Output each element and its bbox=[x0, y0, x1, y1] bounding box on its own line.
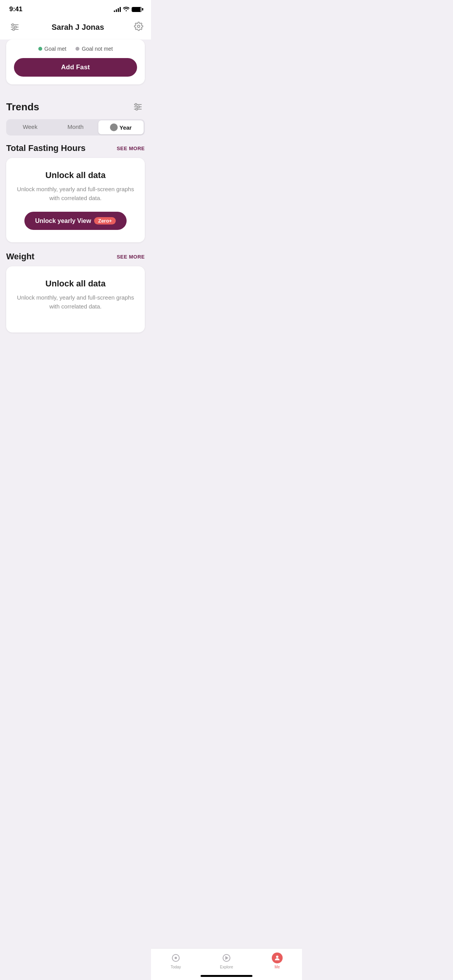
goal-not-met-label: Goal not met bbox=[82, 46, 113, 52]
svg-point-12 bbox=[136, 108, 138, 110]
signal-bars-icon bbox=[114, 7, 121, 12]
battery-icon bbox=[132, 7, 142, 12]
fasting-see-more-button[interactable]: SEE MORE bbox=[117, 146, 145, 151]
add-fast-button[interactable]: Add Fast bbox=[14, 58, 137, 77]
svg-point-5 bbox=[13, 29, 15, 31]
goal-not-met-dot bbox=[76, 47, 79, 51]
tab-month[interactable]: Month bbox=[53, 120, 98, 134]
svg-point-10 bbox=[135, 104, 137, 106]
weight-see-more-button[interactable]: SEE MORE bbox=[117, 254, 145, 260]
trends-section: Trends Week Month bbox=[0, 92, 151, 135]
period-tab-switcher: Week Month Year bbox=[6, 119, 145, 135]
tab-year[interactable]: Year bbox=[98, 120, 144, 134]
fasting-unlock-title: Unlock all data bbox=[15, 170, 136, 180]
tab-week[interactable]: Week bbox=[7, 120, 53, 134]
header-title: Sarah J Jonas bbox=[51, 23, 104, 32]
fasting-hours-header-row: Total Fasting Hours SEE MORE bbox=[6, 143, 145, 153]
fasting-card: Goal met Goal not met Add Fast bbox=[6, 39, 145, 84]
weight-unlock-title: Unlock all data bbox=[15, 279, 136, 289]
fasting-unlock-desc: Unlock monthly, yearly and full-screen g… bbox=[15, 185, 136, 202]
status-time: 9:41 bbox=[9, 5, 22, 13]
wifi-icon bbox=[123, 6, 129, 12]
weight-section: Weight SEE MORE Unlock all data Unlock m… bbox=[0, 252, 151, 332]
trends-header: Trends bbox=[6, 92, 145, 119]
status-icons bbox=[114, 6, 142, 12]
goal-not-met-legend: Goal not met bbox=[76, 46, 113, 52]
fasting-hours-label: Total Fasting Hours bbox=[6, 143, 86, 153]
svg-point-11 bbox=[138, 106, 140, 108]
svg-point-4 bbox=[15, 26, 17, 28]
svg-point-6 bbox=[137, 25, 140, 27]
goal-met-label: Goal met bbox=[45, 46, 67, 52]
weight-label: Weight bbox=[6, 252, 34, 262]
svg-point-3 bbox=[12, 24, 14, 26]
unlock-yearly-view-button[interactable]: Unlock yearly View Zero+ bbox=[24, 212, 127, 230]
weight-header-row: Weight SEE MORE bbox=[6, 252, 145, 262]
trends-title: Trends bbox=[6, 101, 39, 113]
goal-met-dot bbox=[38, 47, 42, 51]
goal-met-legend: Goal met bbox=[38, 46, 67, 52]
app-header: Sarah J Jonas bbox=[0, 16, 151, 39]
fasting-hours-section: Total Fasting Hours SEE MORE Unlock all … bbox=[0, 143, 151, 242]
settings-button[interactable] bbox=[134, 22, 143, 33]
trends-filter-button[interactable] bbox=[131, 100, 145, 114]
weight-unlock-card: Unlock all data Unlock monthly, yearly a… bbox=[6, 266, 145, 332]
zero-plus-badge: Zero+ bbox=[94, 217, 116, 224]
unlock-button-label: Unlock yearly View bbox=[35, 218, 91, 224]
filter-button[interactable] bbox=[8, 20, 22, 34]
fasting-unlock-card: Unlock all data Unlock monthly, yearly a… bbox=[6, 158, 145, 242]
tab-year-dot bbox=[110, 123, 118, 131]
legend-row: Goal met Goal not met bbox=[14, 46, 137, 52]
weight-unlock-desc: Unlock monthly, yearly and full-screen g… bbox=[15, 293, 136, 311]
status-bar: 9:41 bbox=[0, 0, 151, 16]
